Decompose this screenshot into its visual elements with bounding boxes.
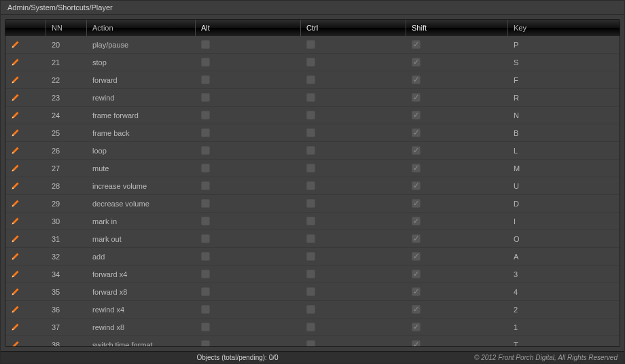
table-row[interactable]: 35forward x84 — [5, 283, 620, 301]
shift-checkbox[interactable] — [412, 40, 421, 49]
shift-checkbox[interactable] — [412, 181, 421, 190]
alt-checkbox[interactable] — [201, 199, 210, 208]
table-row[interactable]: 21stopS — [5, 54, 620, 71]
ctrl-checkbox[interactable] — [306, 199, 315, 208]
table-row[interactable]: 31mark outO — [5, 230, 620, 248]
ctrl-checkbox[interactable] — [306, 40, 315, 49]
shift-checkbox[interactable] — [412, 199, 421, 208]
shift-checkbox[interactable] — [412, 164, 421, 172]
ctrl-checkbox[interactable] — [306, 234, 315, 243]
action-value: switch time format — [92, 341, 153, 347]
ctrl-checkbox[interactable] — [306, 164, 315, 172]
shift-checkbox[interactable] — [412, 217, 421, 225]
ctrl-checkbox[interactable] — [306, 287, 315, 296]
table-row[interactable]: 38switch time formatT — [5, 336, 620, 346]
shift-checkbox[interactable] — [412, 234, 421, 243]
alt-checkbox[interactable] — [201, 287, 210, 296]
pencil-icon[interactable] — [11, 340, 20, 347]
alt-checkbox[interactable] — [201, 93, 210, 102]
table-row[interactable]: 28increase volumeU — [5, 177, 620, 195]
alt-checkbox[interactable] — [201, 128, 210, 137]
pencil-icon[interactable] — [11, 128, 20, 139]
pencil-icon[interactable] — [11, 75, 20, 86]
ctrl-checkbox[interactable] — [306, 181, 315, 190]
shift-checkbox[interactable] — [412, 252, 421, 261]
ctrl-checkbox[interactable] — [306, 217, 315, 225]
alt-checkbox[interactable] — [201, 111, 210, 120]
shift-checkbox[interactable] — [412, 146, 421, 155]
ctrl-checkbox[interactable] — [306, 111, 315, 120]
pencil-icon[interactable] — [11, 287, 20, 297]
shift-checkbox[interactable] — [412, 340, 421, 346]
alt-checkbox[interactable] — [201, 270, 210, 278]
table-row[interactable]: 30mark inI — [5, 213, 620, 230]
pencil-icon[interactable] — [11, 57, 20, 68]
shift-checkbox[interactable] — [412, 75, 421, 84]
ctrl-checkbox[interactable] — [306, 305, 315, 314]
ctrl-checkbox[interactable] — [306, 58, 315, 67]
alt-checkbox[interactable] — [201, 305, 210, 314]
ctrl-checkbox[interactable] — [306, 146, 315, 155]
pencil-icon[interactable] — [11, 251, 20, 262]
table-row[interactable]: 24frame forwardN — [5, 107, 620, 124]
pencil-icon[interactable] — [11, 304, 20, 315]
ctrl-checkbox[interactable] — [306, 75, 315, 84]
pencil-icon[interactable] — [11, 234, 20, 244]
column-header-alt[interactable]: Alt — [196, 20, 301, 36]
table-row[interactable]: 25frame backB — [5, 124, 620, 142]
alt-checkbox[interactable] — [201, 340, 210, 346]
ctrl-checkbox[interactable] — [306, 128, 315, 137]
pencil-icon[interactable] — [11, 181, 20, 192]
column-header-ctrl[interactable]: Ctrl — [301, 20, 406, 36]
alt-checkbox[interactable] — [201, 252, 210, 261]
pencil-icon[interactable] — [11, 163, 20, 174]
table-row[interactable]: 36rewind x42 — [5, 301, 620, 318]
ctrl-checkbox[interactable] — [306, 340, 315, 346]
alt-checkbox[interactable] — [201, 58, 210, 67]
alt-checkbox[interactable] — [201, 75, 210, 84]
shift-checkbox[interactable] — [412, 323, 421, 331]
ctrl-checkbox[interactable] — [306, 252, 315, 261]
shift-checkbox[interactable] — [412, 58, 421, 67]
shift-checkbox[interactable] — [412, 305, 421, 314]
alt-checkbox[interactable] — [201, 234, 210, 243]
alt-checkbox[interactable] — [201, 217, 210, 225]
column-header-shift[interactable]: Shift — [406, 20, 508, 36]
pencil-icon[interactable] — [11, 92, 20, 103]
alt-checkbox[interactable] — [201, 40, 210, 49]
pencil-icon[interactable] — [11, 216, 20, 227]
column-header-key[interactable]: Key — [508, 20, 620, 36]
table-row[interactable]: 23rewindR — [5, 89, 620, 107]
alt-checkbox[interactable] — [201, 164, 210, 172]
alt-checkbox[interactable] — [201, 323, 210, 331]
alt-checkbox[interactable] — [201, 181, 210, 190]
nn-value: 32 — [52, 253, 60, 261]
column-header-edit[interactable] — [5, 20, 46, 36]
column-header-nn[interactable]: NN — [46, 20, 87, 36]
pencil-icon[interactable] — [11, 145, 20, 156]
alt-checkbox[interactable] — [201, 146, 210, 155]
ctrl-checkbox[interactable] — [306, 270, 315, 278]
pencil-icon[interactable] — [11, 269, 20, 280]
shift-checkbox[interactable] — [412, 93, 421, 102]
table-row[interactable]: 26loopL — [5, 142, 620, 160]
shift-checkbox[interactable] — [412, 128, 421, 137]
table-row[interactable]: 32addA — [5, 248, 620, 266]
shift-checkbox[interactable] — [412, 111, 421, 120]
table-body[interactable]: 20play/pauseP 21stopS 22forwardF 23rewin… — [5, 36, 620, 346]
column-header-action[interactable]: Action — [87, 20, 196, 36]
table-row[interactable]: 34forward x43 — [5, 266, 620, 283]
table-row[interactable]: 37rewind x81 — [5, 318, 620, 336]
shift-checkbox[interactable] — [412, 287, 421, 296]
table-row[interactable]: 27muteM — [5, 160, 620, 177]
ctrl-checkbox[interactable] — [306, 323, 315, 331]
table-row[interactable]: 29decrease volumeD — [5, 195, 620, 213]
pencil-icon[interactable] — [11, 198, 20, 209]
pencil-icon[interactable] — [11, 322, 20, 333]
ctrl-checkbox[interactable] — [306, 93, 315, 102]
table-row[interactable]: 20play/pauseP — [5, 36, 620, 54]
table-row[interactable]: 22forwardF — [5, 71, 620, 89]
shift-checkbox[interactable] — [412, 270, 421, 278]
pencil-icon[interactable] — [11, 39, 20, 50]
pencil-icon[interactable] — [11, 110, 20, 121]
